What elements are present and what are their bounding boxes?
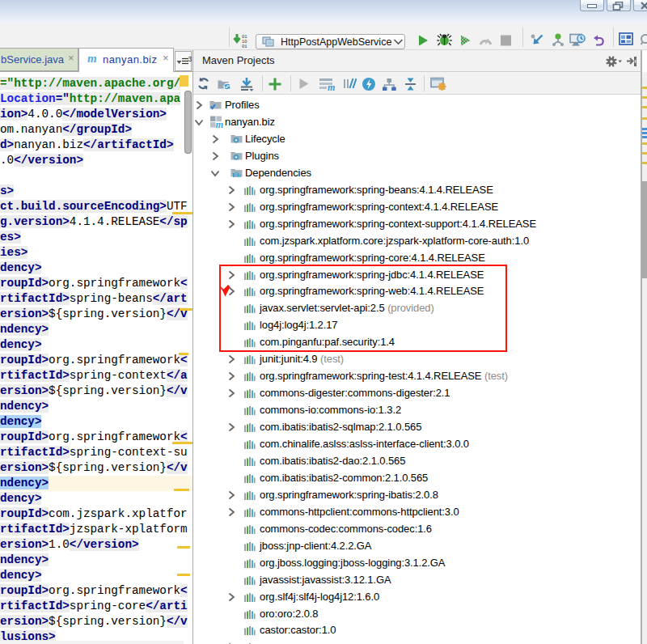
svg-text:m: m [328, 82, 335, 91]
svg-text:01: 01 [242, 44, 247, 49]
svg-text:m: m [216, 119, 224, 129]
